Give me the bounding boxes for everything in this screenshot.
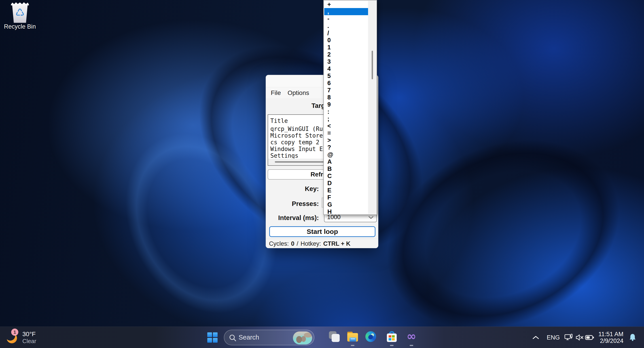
dropdown-item[interactable]: > xyxy=(324,137,368,144)
battery-button[interactable] xyxy=(585,327,594,348)
notification-center-button[interactable] xyxy=(629,327,636,348)
running-indicator xyxy=(390,345,394,346)
weather-condition: Clear xyxy=(22,338,36,345)
menu-options[interactable]: Options xyxy=(286,88,311,98)
dropdown-item[interactable]: ; xyxy=(324,115,368,122)
start-loop-button[interactable]: Start loop xyxy=(269,226,376,237)
visual-studio-button[interactable]: ∞ xyxy=(406,331,417,343)
key-label: Key: xyxy=(266,185,319,192)
dropdown-item[interactable]: / xyxy=(324,29,368,37)
dropdown-item[interactable]: C xyxy=(324,173,368,179)
dropdown-item[interactable]: E xyxy=(324,187,368,194)
chevron-up-icon xyxy=(532,336,539,340)
task-view-button[interactable] xyxy=(328,331,340,343)
visual-studio-icon: ∞ xyxy=(406,330,417,343)
search-box[interactable]: Search xyxy=(224,330,314,345)
recycle-symbol-icon: ♺ xyxy=(11,5,29,20)
tray-overflow-button[interactable] xyxy=(532,327,539,348)
running-indicator xyxy=(351,345,354,346)
window-list-header: Title xyxy=(270,118,288,124)
cycles-label: Cycles: xyxy=(269,240,289,247)
dropdown-item[interactable]: 0 xyxy=(324,37,368,44)
weather-temperature: 30°F xyxy=(22,331,36,338)
recycle-bin-icon: ♺ xyxy=(11,2,29,23)
bell-icon xyxy=(629,333,636,342)
dropdown-item[interactable]: 6 xyxy=(324,80,368,87)
dropdown-item[interactable]: 4 xyxy=(324,65,368,72)
hotkey-label: Hotkey: xyxy=(300,240,321,247)
interval-label: Interval (ms): xyxy=(266,214,319,222)
dropdown-item-selected[interactable]: , xyxy=(324,8,368,15)
display-pen-icon xyxy=(564,334,573,341)
running-indicator xyxy=(410,345,413,346)
list-item[interactable]: Microsoft Store xyxy=(270,132,323,139)
dropdown-item[interactable]: . xyxy=(324,22,368,29)
dropdown-item[interactable]: = xyxy=(324,130,368,137)
dropdown-item[interactable]: 7 xyxy=(324,87,368,94)
clear-night-icon: 1 xyxy=(6,331,18,344)
dropdown-item[interactable]: F xyxy=(324,194,368,201)
volume-button[interactable] xyxy=(575,327,584,348)
list-item[interactable]: cs copy temp 2 xyxy=(270,139,319,146)
list-item[interactable]: Settings xyxy=(270,152,298,159)
battery-icon xyxy=(585,335,594,341)
language-indicator[interactable]: ENG xyxy=(547,327,560,348)
menu-file[interactable]: File xyxy=(269,88,283,98)
taskbar: 1 30°F Clear Search xyxy=(0,327,644,348)
dropdown-item[interactable]: - xyxy=(324,15,368,22)
cycles-value: 0 xyxy=(291,240,294,247)
dropdown-item[interactable]: ? xyxy=(324,144,368,151)
tray-time: 11:51 AM xyxy=(598,331,624,338)
dropdown-item[interactable]: B xyxy=(324,165,368,173)
dropdown-item[interactable]: 8 xyxy=(324,94,368,101)
weather-widget[interactable]: 1 30°F Clear xyxy=(6,327,36,348)
windows-logo-icon xyxy=(207,332,212,337)
microsoft-edge-icon xyxy=(366,331,376,342)
dropdown-item[interactable]: + xyxy=(324,1,368,8)
key-dropdown-list: + , - . / 0 1 2 3 4 5 6 7 8 9 : ; < = > … xyxy=(323,0,377,215)
dropdown-item[interactable]: 2 xyxy=(324,51,368,58)
start-button[interactable] xyxy=(207,332,218,343)
status-separator: / xyxy=(297,240,298,247)
clock[interactable]: 11:51 AM 2/9/2024 xyxy=(598,327,624,348)
presses-label: Presses: xyxy=(266,200,319,207)
desktop: ♺ Recycle Bin File Options Target window… xyxy=(0,0,644,348)
search-icon xyxy=(229,334,237,342)
dropdown-item[interactable]: A xyxy=(324,158,368,165)
edge-button[interactable] xyxy=(365,331,376,343)
dropdown-item[interactable]: : xyxy=(324,108,368,115)
microsoft-store-button[interactable] xyxy=(386,331,398,343)
dropdown-item[interactable]: @ xyxy=(324,151,368,158)
dropdown-item[interactable]: 3 xyxy=(324,58,368,65)
dropdown-item[interactable]: G xyxy=(324,201,368,208)
dropdown-item[interactable]: 1 xyxy=(324,44,368,51)
dropdown-item[interactable]: H xyxy=(324,208,368,215)
vertical-scrollbar[interactable] xyxy=(368,1,376,214)
recycle-bin-label: Recycle Bin xyxy=(3,23,37,30)
dropdown-item[interactable]: D xyxy=(324,179,368,187)
search-placeholder: Search xyxy=(238,334,259,341)
file-explorer-button[interactable] xyxy=(347,331,358,343)
recycle-bin-shortcut[interactable]: ♺ Recycle Bin xyxy=(3,2,37,30)
dropdown-item[interactable]: 9 xyxy=(324,101,368,108)
notification-badge: 1 xyxy=(11,329,18,336)
pen-display-button[interactable] xyxy=(564,327,573,348)
hotkey-value: CTRL + K xyxy=(323,240,350,247)
bing-daily-image[interactable] xyxy=(293,332,312,345)
dropdown-item[interactable]: < xyxy=(324,122,368,130)
status-bar: Cycles:0/Hotkey:CTRL + K xyxy=(266,239,378,248)
volume-muted-icon xyxy=(575,334,584,341)
dropdown-item[interactable]: 5 xyxy=(324,72,368,80)
chevron-down-icon xyxy=(368,216,374,219)
vertical-scrollbar-thumb[interactable] xyxy=(372,51,373,79)
tray-date: 2/9/2024 xyxy=(598,338,624,344)
